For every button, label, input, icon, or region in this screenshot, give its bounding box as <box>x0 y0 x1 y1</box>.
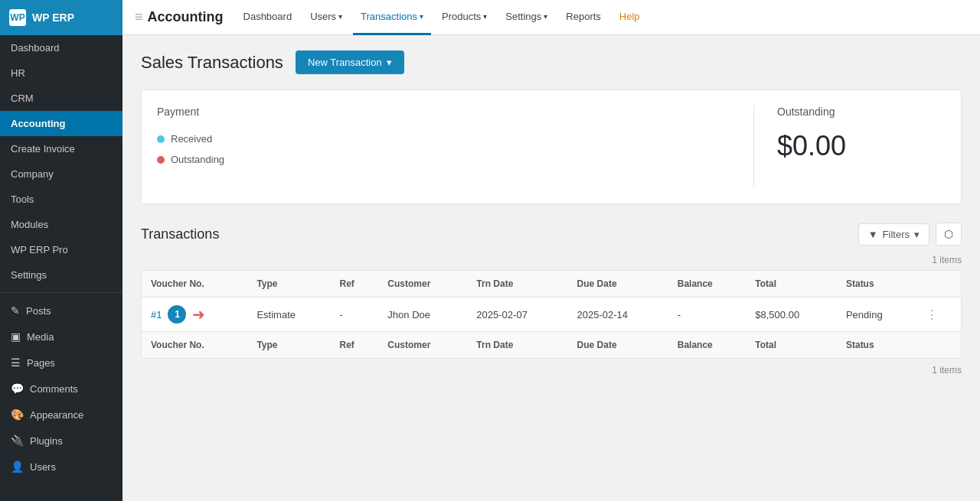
sidebar-item-users[interactable]: 👤 Users <box>0 454 122 480</box>
sidebar-item-label: Comments <box>30 383 78 395</box>
topnav-item-dashboard[interactable]: Dashboard <box>236 0 300 35</box>
sidebar-item-company[interactable]: Company <box>0 161 122 187</box>
transactions-title: Transactions <box>141 226 219 242</box>
sidebar-item-posts[interactable]: ✎ Posts <box>0 298 122 324</box>
page-content: Sales Transactions New Transaction ▾ Pay… <box>122 35 980 501</box>
cell-trn-date: 2025-02-07 <box>467 298 567 332</box>
col-header-total: Total <box>746 271 837 298</box>
export-icon: ⬡ <box>944 228 953 240</box>
footer-col-due-date: Due Date <box>568 332 668 359</box>
items-count-top: 1 items <box>141 255 962 265</box>
table-row: #1 1 ➜ Estimate - Jhon Doe 2025-02-07 20… <box>142 298 961 332</box>
sidebar-logo[interactable]: WP WP ERP <box>0 0 122 35</box>
sidebar-item-wp-erp-pro[interactable]: WP ERP Pro <box>0 237 122 262</box>
topnav-item-help[interactable]: Help <box>612 0 648 35</box>
logo-icon: WP <box>9 9 26 26</box>
sidebar-item-label: Tools <box>11 194 34 205</box>
topnav-item-settings[interactable]: Settings ▾ <box>498 0 555 35</box>
sidebar-item-plugins[interactable]: 🔌 Plugins <box>0 428 122 454</box>
media-icon: ▣ <box>11 330 21 343</box>
footer-col-type: Type <box>247 332 330 359</box>
payment-divider <box>753 106 754 188</box>
sidebar-item-settings[interactable]: Settings <box>0 262 122 288</box>
sidebar: WP WP ERP Dashboard HR CRM Accounting Cr… <box>0 0 122 501</box>
export-button[interactable]: ⬡ <box>936 223 962 246</box>
header-actions: ▼ Filters ▾ ⬡ <box>858 223 962 246</box>
col-header-trn-date: Trn Date <box>467 271 567 298</box>
cell-customer: Jhon Doe <box>378 298 467 332</box>
page-header: Sales Transactions New Transaction ▾ <box>141 50 962 74</box>
sidebar-item-dashboard[interactable]: Dashboard <box>0 35 122 60</box>
topnav-item-label: Settings <box>505 11 541 22</box>
col-header-status: Status <box>837 271 916 298</box>
sidebar-item-hr[interactable]: HR <box>0 60 122 86</box>
footer-col-voucher: Voucher No. <box>142 332 247 359</box>
legend-item-outstanding: Outstanding <box>157 154 730 165</box>
sidebar-item-label: Accounting <box>11 118 66 129</box>
filters-button[interactable]: ▼ Filters ▾ <box>858 223 929 246</box>
sidebar-item-crm[interactable]: CRM <box>0 86 122 111</box>
topnav-item-transactions[interactable]: Transactions ▾ <box>353 0 431 35</box>
footer-col-customer: Customer <box>378 332 467 359</box>
col-header-ref: Ref <box>331 271 379 298</box>
main: ≡ Accounting Dashboard Users ▾ Transacti… <box>122 0 980 501</box>
payment-card: Payment Received Outstanding Outstanding… <box>141 89 962 204</box>
cell-actions[interactable]: ⋮ <box>916 298 961 332</box>
filters-chevron-icon: ▾ <box>914 229 920 240</box>
sidebar-item-create-invoice[interactable]: Create Invoice <box>0 136 122 161</box>
cell-status: Pending <box>837 298 916 332</box>
payment-left: Payment Received Outstanding <box>157 106 730 188</box>
voucher-link[interactable]: #1 <box>151 309 162 320</box>
col-header-due-date: Due Date <box>568 271 668 298</box>
footer-col-actions <box>916 332 961 359</box>
received-dot <box>157 135 165 143</box>
new-transaction-button[interactable]: New Transaction ▾ <box>296 50 404 74</box>
appearance-icon: 🎨 <box>11 408 24 421</box>
sidebar-item-label: Create Invoice <box>11 143 75 155</box>
sidebar-item-label: Dashboard <box>11 42 60 54</box>
footer-col-trn-date: Trn Date <box>467 332 567 359</box>
sidebar-item-modules[interactable]: Modules <box>0 212 122 237</box>
legend-outstanding-label: Outstanding <box>171 154 224 165</box>
sidebar-item-tools[interactable]: Tools <box>0 187 122 212</box>
col-header-type: Type <box>247 271 330 298</box>
topnav-item-label: Products <box>442 11 481 22</box>
chevron-down-icon: ▾ <box>338 12 342 21</box>
sidebar-item-label: Plugins <box>30 435 63 447</box>
cell-type: Estimate <box>247 298 330 332</box>
new-transaction-label: New Transaction <box>308 57 382 68</box>
accounting-module-icon: ≡ <box>135 9 143 25</box>
filter-icon: ▼ <box>868 229 878 240</box>
sidebar-item-label: Media <box>27 331 54 343</box>
footer-col-status: Status <box>837 332 916 359</box>
sidebar-item-media[interactable]: ▣ Media <box>0 324 122 350</box>
sidebar-item-appearance[interactable]: 🎨 Appearance <box>0 402 122 428</box>
sidebar-item-accounting[interactable]: Accounting <box>0 111 122 136</box>
items-count-bottom: 1 items <box>141 365 962 376</box>
outstanding-dot <box>157 156 165 164</box>
topnav-item-reports[interactable]: Reports <box>558 0 609 35</box>
cell-voucher: #1 1 ➜ <box>142 298 247 332</box>
sidebar-item-comments[interactable]: 💬 Comments <box>0 376 122 402</box>
sidebar-divider <box>0 292 122 293</box>
col-header-voucher: Voucher No. <box>142 271 247 298</box>
col-header-balance: Balance <box>668 271 746 298</box>
footer-col-balance: Balance <box>668 332 746 359</box>
chevron-down-icon: ▾ <box>483 12 487 21</box>
topnav-item-label: Help <box>619 11 640 22</box>
filters-label: Filters <box>883 229 910 240</box>
sidebar-item-label: Posts <box>26 305 51 317</box>
step-arrow-icon: ➜ <box>192 305 205 324</box>
payment-label: Payment <box>157 106 730 118</box>
topnav-item-users[interactable]: Users ▾ <box>302 0 350 35</box>
topnav-item-products[interactable]: Products ▾ <box>434 0 495 35</box>
table-footer-row: Voucher No. Type Ref Customer Trn Date D… <box>142 332 961 359</box>
step-container: #1 1 ➜ <box>151 305 238 324</box>
row-action-menu-icon[interactable]: ⋮ <box>926 308 938 321</box>
topnav: ≡ Accounting Dashboard Users ▾ Transacti… <box>122 0 980 35</box>
col-header-customer: Customer <box>378 271 467 298</box>
comments-icon: 💬 <box>11 382 24 395</box>
sidebar-item-pages[interactable]: ☰ Pages <box>0 350 122 376</box>
cell-due-date: 2025-02-14 <box>568 298 668 332</box>
legend-item-received: Received <box>157 133 730 145</box>
